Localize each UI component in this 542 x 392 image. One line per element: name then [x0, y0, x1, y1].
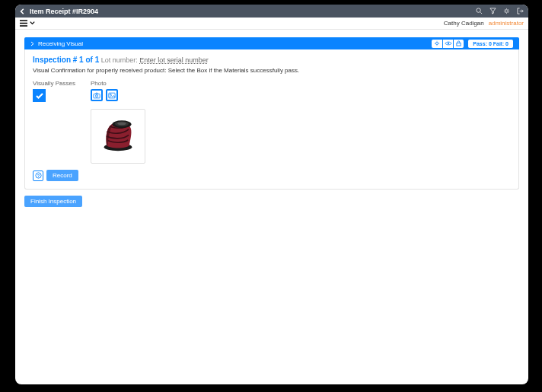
- back-arrow-icon[interactable]: [20, 8, 26, 14]
- subbar: Cathy Cadigan administrator: [15, 18, 528, 30]
- settings-action[interactable]: [432, 40, 442, 48]
- camera-icon: [93, 92, 100, 99]
- svg-text:?: ?: [37, 174, 39, 178]
- current-user: Cathy Cadigan: [444, 20, 484, 27]
- finish-inspection-button[interactable]: Finish Inspection: [24, 196, 82, 207]
- inspection-card: Inspection # 1 of 1 Lot number: Enter lo…: [24, 49, 519, 190]
- help-icon: ?: [35, 172, 42, 179]
- hamburger-icon[interactable]: [20, 20, 27, 27]
- record-button[interactable]: Record: [46, 170, 78, 181]
- search-icon[interactable]: [476, 8, 483, 14]
- caret-right-icon[interactable]: [30, 41, 35, 46]
- image-icon: [108, 92, 116, 99]
- svg-point-0: [477, 8, 480, 12]
- svg-point-3: [448, 43, 449, 44]
- header-action-group: [432, 40, 464, 48]
- inspection-title: Inspection # 1 of 1: [33, 56, 99, 64]
- svg-point-6: [95, 94, 97, 97]
- lot-link[interactable]: Enter lot serial number: [139, 56, 209, 64]
- take-photo-button[interactable]: [91, 89, 103, 101]
- inspection-description: Visual Confirmation for properly receive…: [33, 67, 511, 74]
- help-button[interactable]: ?: [33, 171, 43, 181]
- chevron-down-icon[interactable]: [29, 20, 36, 27]
- view-action[interactable]: [442, 40, 453, 48]
- product-image: [99, 117, 137, 155]
- lot-label: Lot number:: [101, 56, 138, 64]
- page-title: Item Receipt #IR2904: [30, 8, 98, 15]
- svg-rect-4: [457, 43, 461, 46]
- svg-point-2: [436, 42, 438, 44]
- exit-icon[interactable]: [517, 8, 524, 14]
- titlebar: Item Receipt #IR2904: [15, 5, 528, 18]
- svg-point-1: [505, 10, 509, 13]
- visually-passes-checkbox[interactable]: [33, 89, 46, 102]
- lock-action[interactable]: [453, 40, 464, 48]
- visually-passes-label: Visually Passes: [33, 80, 75, 87]
- photo-thumbnail[interactable]: [91, 109, 145, 164]
- filter-icon[interactable]: [489, 8, 496, 14]
- section-header: Receiving Visual Pass: 0 Fail: 0: [24, 37, 519, 49]
- photo-label: Photo: [91, 80, 145, 87]
- gear-icon[interactable]: [503, 8, 510, 14]
- check-icon: [35, 91, 44, 100]
- section-title: Receiving Visual: [38, 40, 83, 47]
- upload-image-button[interactable]: [106, 89, 118, 101]
- svg-point-12: [117, 122, 126, 125]
- current-role[interactable]: administrator: [489, 20, 524, 27]
- pass-fail-badge: Pass: 0 Fail: 0: [468, 40, 513, 48]
- svg-point-8: [110, 94, 111, 95]
